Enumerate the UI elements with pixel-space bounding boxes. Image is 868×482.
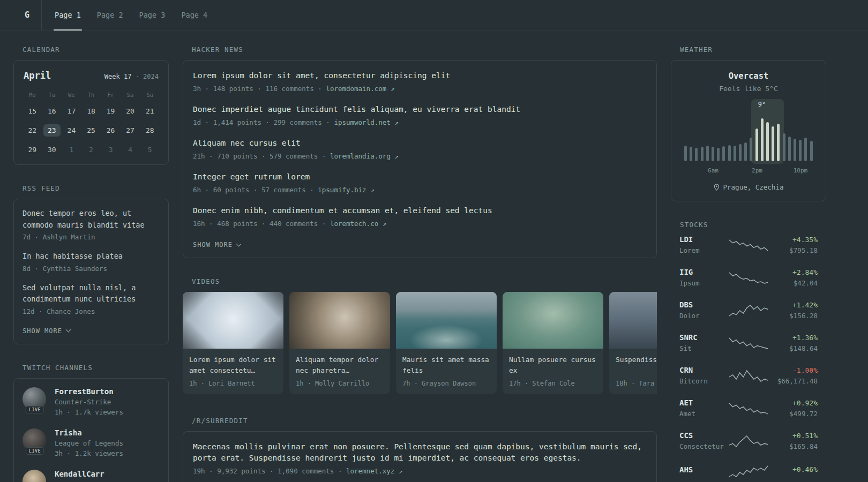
avatar-image	[23, 470, 46, 482]
rss-item-title[interactable]: In hac habitasse platea	[23, 251, 160, 262]
video-title[interactable]: Lorem ipsum dolor sit amet consectetu…	[189, 355, 277, 376]
weather-widget: WEATHER Overcast Feels like 5°C 9° 6am2p…	[671, 46, 826, 201]
rss-item-meta: 12d · Chance Jones	[23, 307, 160, 315]
post-meta: 3h · 148 points · 116 comments · loremdo…	[193, 85, 647, 93]
video-title[interactable]: Mauris sit amet massa felis	[402, 355, 490, 376]
calendar-day: 15	[23, 105, 42, 117]
stock-spark-wrap	[727, 401, 770, 415]
channel-name[interactable]: KendallCarr	[55, 470, 104, 478]
show-more-label: SHOW MORE	[23, 327, 62, 335]
channel-avatar[interactable]: LIVE	[23, 428, 47, 452]
nav-tab-3[interactable]: Page 3	[138, 0, 167, 30]
nav-tab-2[interactable]: Page 2	[96, 0, 124, 30]
weather-bar	[734, 146, 736, 161]
stock-row-crn[interactable]: CRNBitcorn-1.00%$66,171.48	[679, 366, 818, 385]
weather-bar	[717, 148, 720, 161]
stock-row-dbs[interactable]: DBSDolor+1.42%$156.28	[679, 300, 818, 320]
post-item: Aliquam nec cursus elit21h · 710 points …	[193, 138, 647, 160]
post-domain-link[interactable]: loremdomain.com ↗	[326, 85, 394, 93]
weather-bar	[755, 129, 758, 161]
weather-axis-label: 6am	[708, 167, 719, 174]
stock-symbol: DBS	[679, 300, 727, 309]
video-thumbnail[interactable]	[183, 292, 283, 349]
stock-row-snrc[interactable]: SNRCSit+1.36%$148.64	[679, 333, 818, 352]
stock-values: +4.35%$795.18	[770, 236, 818, 254]
post-title[interactable]: Donec imperdiet augue tincidunt felis al…	[193, 104, 647, 115]
section-title-calendar: CALENDAR	[23, 46, 169, 54]
weather-location-label: Prague, Czechia	[723, 183, 784, 191]
video-title[interactable]: Aliquam tempor dolor nec pharetra…	[296, 355, 384, 376]
stock-price: $66,171.48	[770, 377, 818, 385]
stock-row-ahs[interactable]: AHS+0.46%	[679, 464, 818, 478]
stock-symbol: CCS	[679, 431, 727, 440]
stock-symbol: CRN	[679, 366, 727, 374]
channel-name[interactable]: ForrestBurton	[55, 387, 123, 396]
channel-avatar[interactable]: LIVE	[23, 470, 47, 482]
post-domain-link[interactable]: loremlandia.org ↗	[330, 152, 399, 160]
calendar-day: 1	[62, 144, 81, 156]
channel-avatar[interactable]: LIVE	[23, 387, 47, 411]
video-thumbnail[interactable]	[503, 292, 603, 349]
stock-change: +1.42%	[770, 301, 818, 309]
video-meta: 7h · Grayson Dawson	[402, 380, 490, 387]
weather-bar	[810, 141, 813, 161]
video-body: Lorem ipsum dolor sit amet consectetu…1h…	[183, 349, 283, 394]
stock-sparkline	[729, 238, 768, 252]
post-title[interactable]: Maecenas mollis pulvinar erat non posuer…	[193, 441, 647, 464]
app-logo[interactable]: G	[17, 0, 41, 30]
video-thumbnail[interactable]	[396, 292, 497, 349]
video-body: Suspendisse diam18h · Tara	[609, 349, 657, 394]
stock-row-ccs[interactable]: CCSConsectetur+0.51%$165.84	[679, 431, 818, 450]
post-title[interactable]: Donec enim nibh, condimentum et accumsan…	[193, 205, 647, 216]
channel-name[interactable]: Trisha	[55, 428, 123, 437]
post-domain-link[interactable]: loremtech.co ↗	[330, 220, 386, 228]
calendar-day: 22	[23, 124, 42, 137]
rss-show-more-button[interactable]: SHOW MORE	[23, 327, 70, 335]
videos-scroll-row[interactable]: Lorem ipsum dolor sit amet consectetu…1h…	[183, 292, 657, 394]
weather-bar	[783, 133, 785, 161]
post-domain-link[interactable]: ipsumworld.net ↗	[334, 118, 398, 126]
page-tabs: Page 1Page 2Page 3Page 4	[42, 0, 208, 30]
subreddit-list: Maecenas mollis pulvinar erat non posuer…	[193, 441, 647, 475]
rss-item-title[interactable]: Sed volutpat nulla nisl, a condimentum n…	[23, 282, 160, 305]
rss-list: Donec tempor eros leo, ut commodo mauris…	[23, 208, 160, 315]
post-title[interactable]: Lorem ipsum dolor sit amet, consectetur …	[193, 70, 647, 81]
live-badge: LIVE	[26, 406, 44, 413]
nav-tab-4[interactable]: Page 4	[180, 0, 208, 30]
stock-name: Sit	[679, 344, 727, 352]
weather-peak-temp: 9°	[758, 101, 766, 108]
calendar-day: 25	[81, 124, 101, 137]
rss-item-title[interactable]: Donec tempor eros leo, ut commodo mauris…	[23, 208, 160, 231]
stock-row-iig[interactable]: IIGIpsum+2.84%$42.04	[679, 268, 818, 287]
nav-tab-1[interactable]: Page 1	[54, 0, 82, 30]
stock-spark-wrap	[727, 464, 770, 478]
stock-values: +0.46%	[770, 465, 818, 476]
channel-game: League of Legends	[55, 439, 123, 447]
post-meta: 6h · 60 points · 57 comments · ipsumify.…	[193, 186, 647, 194]
video-thumbnail[interactable]	[289, 292, 390, 349]
weather-bar	[750, 138, 752, 161]
stock-id: AHS	[679, 465, 727, 477]
stock-row-ldi[interactable]: LDILorem+4.35%$795.18	[679, 235, 818, 254]
stock-id: CRNBitcorn	[679, 366, 727, 385]
channel-viewers: 1h · 1.7k viewers	[55, 408, 123, 416]
stocks-list: LDILorem+4.35%$795.18IIGIpsum+2.84%$42.0…	[671, 235, 826, 478]
weather-bar	[794, 139, 796, 161]
post-title[interactable]: Integer eget rutrum lorem	[193, 171, 647, 183]
video-thumbnail[interactable]	[609, 292, 657, 349]
stock-change: +0.92%	[770, 399, 818, 407]
video-card: Lorem ipsum dolor sit amet consectetu…1h…	[183, 292, 283, 394]
video-card: Suspendisse diam18h · Tara	[609, 292, 657, 394]
location-pin-icon	[714, 184, 720, 191]
hackernews-show-more-button[interactable]: SHOW MORE	[193, 241, 241, 248]
video-title[interactable]: Nullam posuere cursus ex	[509, 355, 597, 376]
post-domain-link[interactable]: ipsumify.biz ↗	[318, 186, 374, 194]
calendar-widget: CALENDAR April Week 17 · 2024 MoTuWeThFr…	[13, 46, 169, 165]
stock-sparkline	[729, 368, 768, 382]
stock-name: Amet	[679, 410, 727, 418]
video-title[interactable]: Suspendisse diam	[616, 355, 657, 376]
post-title[interactable]: Aliquam nec cursus elit	[193, 138, 647, 149]
stock-row-aet[interactable]: AETAmet+0.92%$499.72	[679, 398, 818, 418]
rss-item-meta: 8d · Cynthia Saunders	[23, 265, 160, 273]
post-domain-link[interactable]: loremnet.xyz ↗	[346, 467, 402, 475]
